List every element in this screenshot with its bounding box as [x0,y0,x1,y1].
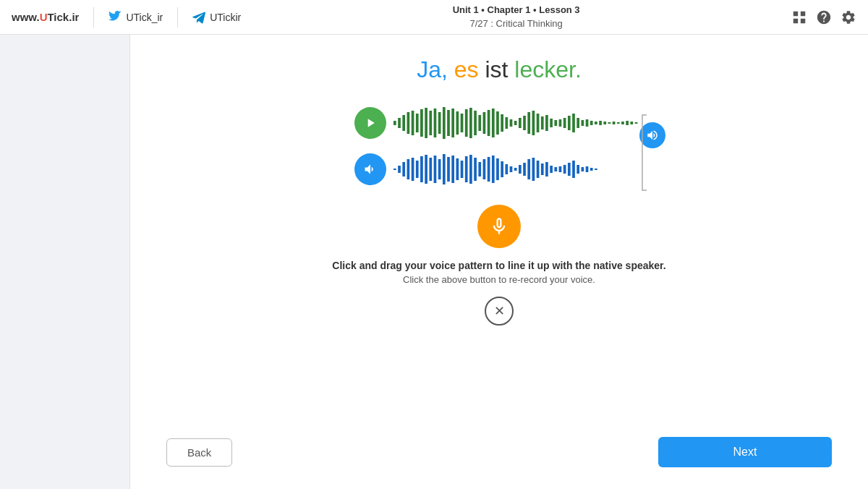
svg-rect-55 [393,169,396,170]
svg-rect-66 [443,154,446,184]
svg-rect-30 [527,112,530,134]
svg-rect-16 [465,109,468,137]
svg-rect-91 [554,167,557,171]
word-es: es [454,56,485,82]
svg-rect-44 [590,121,593,125]
svg-rect-100 [595,169,597,170]
svg-rect-79 [501,161,503,177]
word-ja: Ja, [417,56,448,82]
svg-rect-23 [496,111,499,135]
svg-rect-65 [438,159,441,179]
lesson-info: Unit 1 • Chapter 1 • Lesson 3 7/27 : Cri… [255,4,777,30]
svg-rect-51 [621,122,624,124]
svg-rect-84 [523,163,526,176]
telegram-label: UTickir [210,12,241,23]
back-button[interactable]: Back [166,438,232,467]
svg-rect-10 [438,112,441,134]
svg-rect-2 [402,115,405,131]
svg-rect-25 [505,117,508,129]
svg-rect-85 [527,159,530,179]
header-actions [791,9,856,25]
svg-rect-33 [541,116,544,129]
svg-rect-1 [398,118,401,128]
svg-rect-67 [447,157,450,182]
svg-rect-58 [407,159,410,179]
svg-rect-98 [586,166,589,172]
svg-rect-94 [568,163,571,176]
waveform-section [354,105,644,187]
svg-rect-96 [576,165,579,174]
grid-icon[interactable] [791,9,807,25]
telegram-link[interactable]: UTickir [192,11,241,24]
close-button[interactable]: ✕ [485,297,514,326]
waveform-speaker-button[interactable] [639,122,665,148]
settings-icon[interactable] [841,9,856,25]
svg-rect-61 [420,156,423,182]
next-button[interactable]: Next [658,437,832,467]
svg-rect-95 [572,161,575,178]
lesson-progress: 7/27 : Critical Thinking [255,17,777,30]
svg-rect-6 [420,109,423,137]
svg-rect-8 [429,111,432,135]
svg-rect-48 [608,122,611,124]
svg-rect-15 [461,114,464,132]
twitter-link[interactable]: UTick_ir [109,11,163,24]
svg-rect-36 [554,120,557,126]
instruction-line2: Click the above button to re-record your… [332,274,665,285]
play-native-button[interactable] [354,107,386,139]
instruction-line1: Click and drag your voice pattern to lin… [332,260,665,271]
svg-rect-38 [563,118,566,128]
svg-rect-73 [474,158,477,181]
svg-rect-21 [488,110,490,136]
svg-rect-0 [393,121,396,125]
svg-rect-81 [510,166,513,172]
instructions-block: Click and drag your voice pattern to lin… [332,260,665,285]
content-area: Ja, es ist lecker. [130,35,868,489]
svg-rect-49 [613,122,616,124]
svg-rect-34 [545,115,548,131]
svg-rect-53 [630,122,633,124]
svg-rect-62 [425,155,427,184]
play-user-button[interactable] [354,153,386,185]
mic-record-button[interactable] [477,205,521,248]
svg-rect-64 [434,156,437,183]
svg-rect-87 [537,161,540,178]
svg-rect-32 [537,114,540,132]
svg-rect-92 [559,166,562,172]
svg-rect-31 [532,111,535,135]
svg-rect-72 [469,155,472,184]
svg-rect-18 [474,111,477,135]
native-waveform-row [354,105,644,141]
svg-rect-43 [586,119,589,127]
svg-rect-57 [402,162,405,177]
svg-rect-17 [469,108,472,138]
svg-rect-76 [488,157,490,182]
svg-rect-19 [478,115,481,131]
user-waveform-canvas [393,151,644,187]
sentence-display: Ja, es ist lecker. [417,56,582,83]
svg-rect-27 [514,121,517,125]
svg-rect-26 [510,119,513,127]
word-lecker: lecker. [514,56,581,82]
divider2 [177,7,178,27]
svg-rect-37 [559,119,562,127]
footer-actions: Back Next [145,430,854,475]
svg-rect-39 [568,116,571,130]
svg-rect-80 [505,164,508,174]
twitter-icon [109,11,122,24]
svg-rect-35 [550,119,553,127]
help-icon[interactable] [816,9,832,25]
twitter-label: UTick_ir [126,12,163,23]
svg-rect-88 [541,163,544,175]
svg-rect-40 [572,114,575,132]
svg-rect-28 [519,118,522,128]
svg-rect-29 [523,116,526,130]
svg-rect-14 [456,111,459,135]
svg-rect-52 [626,121,629,125]
svg-rect-24 [501,114,503,132]
close-icon: ✕ [494,303,505,319]
svg-rect-4 [412,111,414,135]
divider [93,7,94,27]
svg-rect-11 [443,107,446,139]
svg-rect-78 [496,158,499,180]
